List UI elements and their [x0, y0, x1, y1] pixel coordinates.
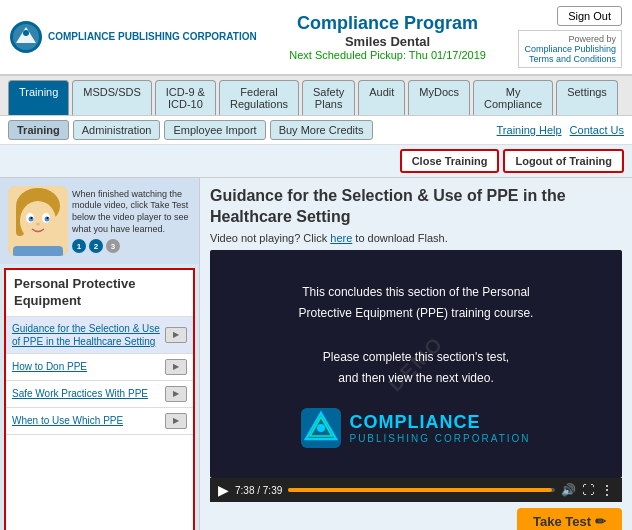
sub-tab-buy-credits[interactable]: Buy More Credits	[270, 120, 373, 140]
logo-section: COMPLIANCE PUBLISHING CORPORATION	[10, 21, 257, 53]
contact-us-link[interactable]: Contact Us	[570, 124, 624, 136]
right-panel: Guidance for the Selection & Use of PPE …	[200, 178, 632, 530]
svg-point-12	[47, 217, 49, 219]
svg-point-18	[317, 424, 325, 432]
avatar-steps: 1 2 3	[72, 239, 191, 253]
sub-tab-training[interactable]: Training	[8, 120, 69, 140]
main-content: When finished watching the module video,…	[0, 178, 632, 530]
course-item-icon-3: ▶	[165, 413, 187, 429]
video-logo-sub: PUBLISHING CORPORATION	[349, 433, 530, 444]
sign-out-button[interactable]: Sign Out	[557, 6, 622, 26]
take-test-label: Take Test	[533, 514, 591, 529]
sub-tab-employee-import[interactable]: Employee Import	[164, 120, 265, 140]
video-player: DEMO This concludes this section of the …	[210, 250, 622, 478]
course-item-2[interactable]: Safe Work Practices With PPE ▶	[6, 381, 193, 408]
nav-tab-audit[interactable]: Audit	[358, 80, 405, 115]
progress-bar[interactable]	[288, 488, 555, 492]
video-controls: ▶ 7:38 / 7:39 🔊 ⛶ ⋮	[210, 478, 622, 502]
course-item-icon-2: ▶	[165, 386, 187, 402]
content-title: Guidance for the Selection & Use of PPE …	[210, 186, 622, 228]
fullscreen-button[interactable]: ⛶	[582, 483, 594, 497]
step-1: 1	[72, 239, 86, 253]
course-item-3[interactable]: When to Use Which PPE ▶	[6, 408, 193, 435]
nav-tab-federal[interactable]: FederalRegulations	[219, 80, 299, 115]
app-title: Compliance Program	[289, 13, 486, 34]
course-item-icon-0: ▶	[165, 327, 187, 343]
nav-tab-mydocs[interactable]: MyDocs	[408, 80, 470, 115]
svg-point-6	[20, 201, 56, 241]
sub-nav-right: Training Help Contact Us	[497, 124, 624, 136]
avatar-instruction: When finished watching the module video,…	[72, 189, 191, 236]
logo-text: COMPLIANCE PUBLISHING CORPORATION	[48, 31, 257, 43]
nav-tab-icd[interactable]: ICD-9 &ICD-10	[155, 80, 216, 115]
svg-point-2	[23, 30, 29, 36]
video-line1: This concludes this section of the Perso…	[299, 282, 534, 304]
training-help-link[interactable]: Training Help	[497, 124, 562, 136]
step-2: 2	[89, 239, 103, 253]
action-bar: Close Training Logout of Training	[0, 145, 632, 178]
close-training-button[interactable]: Close Training	[400, 149, 500, 173]
course-item-text-0[interactable]: Guidance for the Selection & Use of PPE …	[12, 322, 161, 348]
main-nav: Training MSDS/SDS ICD-9 &ICD-10 FederalR…	[0, 76, 632, 116]
course-item-1[interactable]: How to Don PPE ▶	[6, 354, 193, 381]
avatar-section: When finished watching the module video,…	[0, 178, 199, 264]
pickup-date: Next Scheduled Pickup: Thu 01/17/2019	[289, 49, 486, 61]
course-section-title: Personal Protective Equipment	[6, 270, 193, 317]
logo-icon	[10, 21, 42, 53]
more-button[interactable]: ⋮	[600, 482, 614, 498]
video-time: 7:38 / 7:39	[235, 485, 282, 496]
compliance-publishing-link[interactable]: Compliance Publishing	[524, 44, 616, 54]
powered-by: Powered by Compliance Publishing Terms a…	[518, 30, 622, 68]
left-panel: When finished watching the module video,…	[0, 178, 200, 530]
course-item-text-3[interactable]: When to Use Which PPE	[12, 414, 161, 427]
company-name: Smiles Dental	[289, 34, 486, 49]
svg-point-13	[36, 223, 40, 226]
flash-notice: Video not playing? Click here to downloa…	[210, 232, 622, 244]
sub-nav: Training Administration Employee Import …	[0, 116, 632, 145]
take-test-button[interactable]: Take Test ✏	[517, 508, 622, 530]
course-item-text-1[interactable]: How to Don PPE	[12, 360, 161, 373]
nav-tab-training[interactable]: Training	[8, 80, 69, 115]
sub-nav-left: Training Administration Employee Import …	[8, 120, 373, 140]
nav-tab-compliance[interactable]: MyCompliance	[473, 80, 553, 115]
video-logo: COMPLIANCE PUBLISHING CORPORATION	[301, 408, 530, 448]
nav-tab-safety[interactable]: SafetyPlans	[302, 80, 355, 115]
nav-tab-settings[interactable]: Settings	[556, 80, 618, 115]
svg-rect-14	[13, 246, 63, 256]
app-header: COMPLIANCE PUBLISHING CORPORATION Compli…	[0, 0, 632, 76]
video-logo-name: COMPLIANCE	[349, 412, 530, 433]
avatar	[8, 186, 68, 256]
terms-link[interactable]: Terms and Conditions	[529, 54, 616, 64]
video-line2: Protective Equipment (PPE) training cour…	[299, 303, 534, 325]
step-3: 3	[106, 239, 120, 253]
take-test-row: Take Test ✏	[210, 508, 622, 530]
video-message: This concludes this section of the Perso…	[289, 272, 544, 400]
progress-fill	[288, 488, 552, 492]
video-logo-icon	[301, 408, 341, 448]
play-button[interactable]: ▶	[218, 482, 229, 498]
volume-button[interactable]: 🔊	[561, 483, 576, 497]
sub-tab-administration[interactable]: Administration	[73, 120, 161, 140]
take-test-icon: ✏	[595, 514, 606, 529]
svg-point-11	[31, 217, 33, 219]
nav-tab-msds[interactable]: MSDS/SDS	[72, 80, 151, 115]
course-item-text-2[interactable]: Safe Work Practices With PPE	[12, 387, 161, 400]
video-line5: and then view the next video.	[299, 368, 534, 390]
course-item-icon-1: ▶	[165, 359, 187, 375]
flash-link[interactable]: here	[330, 232, 352, 244]
header-right: Sign Out Powered by Compliance Publishin…	[518, 6, 622, 68]
logout-training-button[interactable]: Logout of Training	[503, 149, 624, 173]
course-list-section: Personal Protective Equipment Guidance f…	[4, 268, 195, 530]
header-center: Compliance Program Smiles Dental Next Sc…	[289, 13, 486, 61]
video-line4: Please complete this section's test,	[299, 347, 534, 369]
course-item-0[interactable]: Guidance for the Selection & Use of PPE …	[6, 317, 193, 354]
